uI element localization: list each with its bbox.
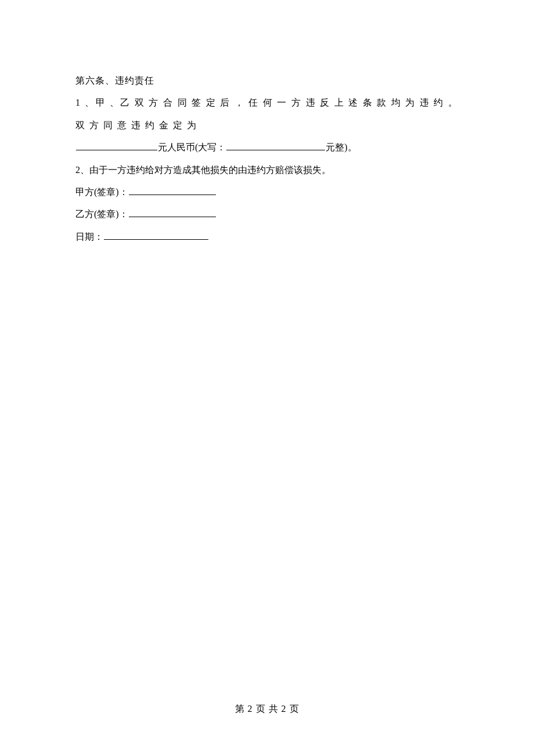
item-1-line-1: 1 、甲 、乙 双 方 合 同 签 定 后 ， 任 何 一 方 违 反 上 述 … xyxy=(75,92,459,136)
party-b-label: 乙方(签章)： xyxy=(75,209,128,219)
amount-blank xyxy=(76,141,157,150)
item-1-mid-1: 元人民币(大写： xyxy=(158,142,226,152)
item-1-line-2: 元人民币(大写：元整)。 xyxy=(75,136,459,159)
party-a-label: 甲方(签章)： xyxy=(75,187,128,197)
party-a-signature-line: 甲方(签章)： xyxy=(75,181,459,203)
date-blank xyxy=(104,231,208,240)
item-2: 2、由于一方违约给对方造成其他损失的由违约方赔偿该损失。 xyxy=(75,159,459,181)
amount-capital-blank xyxy=(226,141,325,150)
page-footer: 第 2 页 共 2 页 xyxy=(0,703,534,715)
date-line: 日期： xyxy=(75,226,459,248)
article-heading: 第六条、违约责任 xyxy=(75,70,459,92)
party-b-blank xyxy=(129,208,216,217)
item-1-mid-2: 元整)。 xyxy=(326,142,356,152)
party-b-signature-line: 乙方(签章)： xyxy=(75,203,459,225)
page-number: 第 2 页 共 2 页 xyxy=(235,704,300,714)
page-body: 第六条、违约责任 1 、甲 、乙 双 方 合 同 签 定 后 ， 任 何 一 方… xyxy=(0,0,534,248)
party-a-blank xyxy=(129,186,216,195)
date-label: 日期： xyxy=(75,232,103,242)
